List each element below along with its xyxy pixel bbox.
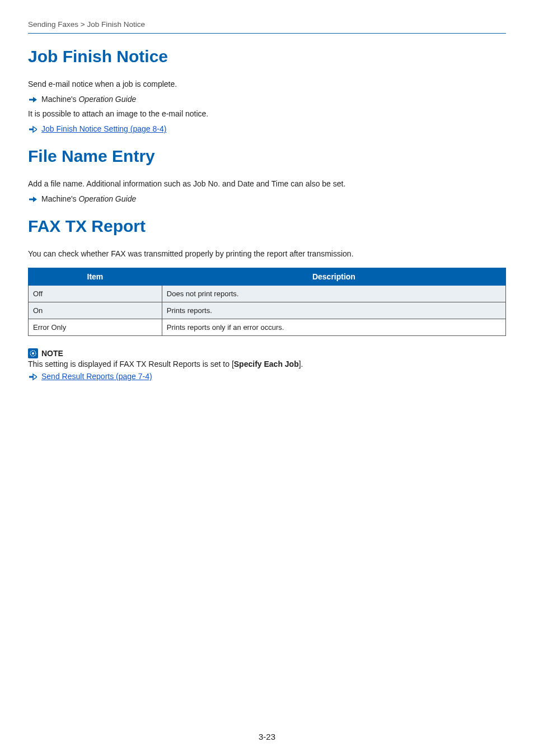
arrow-right-outline-icon	[29, 373, 37, 381]
page-number: 3-23	[0, 732, 534, 741]
ref-italic: Operation Guide	[78, 194, 136, 203]
job-finish-notice-setting-link[interactable]: Job Finish Notice Setting (page 8-4)	[41, 124, 166, 133]
table-cell-desc: Prints reports.	[162, 302, 505, 319]
table-header-row: Item Description	[29, 268, 506, 286]
svg-marker-5	[33, 197, 37, 202]
table-row: Error Only Prints reports only if an err…	[29, 319, 506, 336]
note-text-bold: Specify Each Job	[234, 360, 299, 368]
ref-italic: Operation Guide	[78, 95, 136, 104]
table-header-description: Description	[162, 268, 505, 286]
heading-file-name-entry: File Name Entry	[28, 147, 506, 166]
note-link-line: Send Result Reports (page 7-4)	[28, 372, 506, 381]
svg-marker-1	[33, 97, 37, 102]
note-text-post: ].	[299, 360, 303, 368]
table-row: Off Does not print reports.	[29, 286, 506, 302]
job-finish-body2: It is possible to attach an image to the…	[28, 108, 506, 120]
heading-job-finish-notice: Job Finish Notice	[28, 47, 506, 66]
note-header: NOTE	[28, 348, 506, 358]
file-name-ref-text: Machine's Operation Guide	[41, 194, 136, 203]
note-text: This setting is displayed if FAX TX Resu…	[28, 360, 506, 368]
table-cell-item: Error Only	[29, 319, 162, 336]
note-icon	[28, 348, 38, 358]
svg-rect-4	[29, 199, 34, 200]
svg-rect-0	[29, 99, 34, 101]
ref-prefix: Machine's	[41, 95, 78, 104]
svg-point-7	[32, 352, 34, 354]
fax-tx-table: Item Description Off Does not print repo…	[28, 268, 506, 336]
job-finish-link-line: Job Finish Notice Setting (page 8-4)	[28, 124, 506, 133]
fax-tx-intro: You can check whether FAX was transmitte…	[28, 248, 506, 260]
arrow-right-outline-icon	[29, 125, 37, 133]
note-text-pre: This setting is displayed if FAX TX Resu…	[28, 360, 234, 368]
breadcrumb: Sending Faxes > Job Finish Notice	[28, 20, 506, 29]
file-name-ref-line: Machine's Operation Guide	[28, 194, 506, 203]
table-cell-desc: Prints reports only if an error occurs.	[162, 319, 505, 336]
table-cell-desc: Does not print reports.	[162, 286, 505, 302]
job-finish-ref-text: Machine's Operation Guide	[41, 95, 136, 104]
arrow-right-icon	[29, 96, 37, 104]
heading-fax-tx-report: FAX TX Report	[28, 217, 506, 236]
arrow-right-icon	[29, 195, 37, 203]
ref-prefix: Machine's	[41, 194, 78, 203]
job-finish-intro: Send e-mail notice when a job is complet…	[28, 78, 506, 90]
table-cell-item: On	[29, 302, 162, 319]
note-label: NOTE	[41, 349, 63, 358]
svg-marker-3	[33, 127, 37, 132]
file-name-intro: Add a file name. Additional information …	[28, 178, 506, 190]
table-row: On Prints reports.	[29, 302, 506, 319]
table-cell-item: Off	[29, 286, 162, 302]
svg-marker-9	[33, 374, 37, 380]
job-finish-ref-line: Machine's Operation Guide	[28, 95, 506, 104]
header-divider	[28, 33, 506, 34]
send-result-reports-link[interactable]: Send Result Reports (page 7-4)	[41, 372, 152, 381]
note-block: NOTE This setting is displayed if FAX TX…	[28, 348, 506, 381]
table-header-item: Item	[29, 268, 162, 286]
